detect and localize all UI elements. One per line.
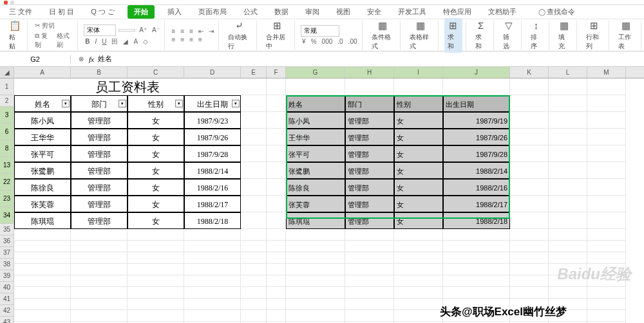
- table-cell[interactable]: 女: [128, 212, 184, 229]
- table-header[interactable]: 姓名: [286, 95, 345, 112]
- col-header[interactable]: J: [443, 67, 510, 78]
- table-cell[interactable]: 女: [394, 145, 443, 162]
- table-cell[interactable]: 管理部: [71, 179, 128, 196]
- align-justify[interactable]: ≡: [197, 36, 204, 43]
- table-cell[interactable]: 1988/2/18: [184, 212, 241, 229]
- table-cell[interactable]: 1988/2/17: [443, 196, 510, 212]
- col-header[interactable]: K: [510, 67, 549, 78]
- table-cell[interactable]: 1987/9/28: [184, 145, 241, 162]
- table-cell[interactable]: 女: [394, 196, 443, 212]
- tab-formula[interactable]: 公式: [240, 5, 261, 19]
- table-cell[interactable]: 1987/9/26: [184, 129, 241, 145]
- table-cell[interactable]: 管理部: [345, 196, 394, 212]
- name-box[interactable]: G2: [0, 55, 71, 63]
- table-cell[interactable]: 1988/2/16: [443, 179, 510, 196]
- table-style-button[interactable]: ▦表格样式: [406, 18, 435, 53]
- border-button[interactable]: 田: [110, 37, 119, 46]
- table-cell[interactable]: 管理部: [71, 145, 128, 162]
- table-cell[interactable]: 1987/9/28: [443, 145, 510, 162]
- increase-font[interactable]: A⁺: [138, 26, 148, 33]
- bold-button[interactable]: B: [84, 38, 91, 45]
- row-header[interactable]: 40: [0, 282, 14, 293]
- table-cell[interactable]: 陈徐良: [286, 179, 345, 196]
- tab-insert[interactable]: 插入: [164, 5, 185, 19]
- autosum-button[interactable]: Σ求和: [472, 18, 490, 53]
- inc-dec[interactable]: .0: [336, 38, 344, 45]
- table-cell[interactable]: 女: [394, 179, 443, 196]
- table-cell[interactable]: 1987/9/26: [443, 129, 510, 145]
- table-cell[interactable]: 女: [128, 112, 184, 129]
- fx-icon[interactable]: fx: [89, 55, 94, 63]
- col-header[interactable]: H: [345, 67, 394, 78]
- dec-dec[interactable]: .00: [347, 38, 359, 45]
- align-bot[interactable]: ≡: [188, 28, 194, 35]
- table-cell[interactable]: 张芙蓉: [14, 196, 71, 212]
- col-header[interactable]: A: [14, 67, 71, 78]
- tab-dev[interactable]: 开发工具: [394, 5, 430, 19]
- italic-button[interactable]: I: [93, 38, 98, 45]
- row-header[interactable]: 2: [0, 95, 14, 107]
- decrease-font[interactable]: A⁻: [151, 26, 161, 33]
- table-cell[interactable]: 张芙蓉: [286, 196, 345, 212]
- tab-data[interactable]: 数据: [270, 5, 292, 19]
- row-header[interactable]: 42: [0, 305, 14, 317]
- sum-button[interactable]: ⊞求和: [444, 18, 462, 53]
- wrap-button[interactable]: ⤶自动换行: [225, 18, 253, 53]
- table-cell[interactable]: 1988/2/18: [443, 212, 510, 229]
- rowcol-button[interactable]: ⊞行和列: [583, 18, 605, 53]
- tab-security[interactable]: 安全: [363, 5, 385, 19]
- table-cell[interactable]: 1988/2/17: [184, 196, 241, 212]
- sort-button[interactable]: ↕排序: [527, 18, 545, 53]
- font-color-button[interactable]: A: [132, 38, 139, 45]
- percent-button[interactable]: %: [310, 38, 318, 45]
- table-header[interactable]: 姓名▾: [14, 95, 71, 112]
- col-header[interactable]: I: [394, 67, 443, 78]
- align-center[interactable]: ≡: [179, 36, 185, 43]
- table-cell[interactable]: 女: [394, 129, 443, 145]
- fx-cancel[interactable]: ⊗: [77, 55, 85, 62]
- table-cell[interactable]: 女: [394, 212, 443, 229]
- table-cell[interactable]: 女: [128, 129, 184, 145]
- table-cell[interactable]: 陈小凤: [14, 112, 71, 129]
- row-header[interactable]: 1: [0, 78, 14, 95]
- tab-special[interactable]: 特色应用: [439, 5, 475, 19]
- table-cell[interactable]: 张鹭鹏: [14, 162, 71, 179]
- col-header[interactable]: F: [267, 67, 286, 78]
- table-cell[interactable]: 管理部: [345, 129, 394, 145]
- row-header[interactable]: 13: [0, 157, 14, 174]
- table-cell[interactable]: 1988/2/16: [184, 179, 241, 196]
- comma-button[interactable]: 000: [321, 38, 334, 45]
- fill-button[interactable]: ▦填充: [555, 18, 573, 53]
- table-cell[interactable]: 张平可: [14, 145, 71, 162]
- filter-dropdown-icon[interactable]: ▾: [62, 100, 70, 107]
- undo-redo[interactable]: Q つ ご: [87, 5, 118, 19]
- table-cell[interactable]: 王华华: [14, 129, 71, 145]
- table-cell[interactable]: 女: [128, 196, 184, 212]
- align-mid[interactable]: ≡: [179, 28, 185, 35]
- table-cell[interactable]: 管理部: [71, 196, 128, 212]
- copy-button[interactable]: ⧉ 复制: [33, 32, 53, 50]
- row-header[interactable]: 36: [0, 235, 14, 247]
- search-commands[interactable]: 查找命令: [535, 5, 579, 19]
- table-cell[interactable]: 陈琪琨: [14, 212, 71, 229]
- table-cell[interactable]: 1987/9/19: [443, 112, 510, 129]
- col-header[interactable]: M: [587, 67, 626, 78]
- tab-dochelper[interactable]: 文档助手: [484, 5, 520, 19]
- table-header[interactable]: 出生日期▾: [184, 95, 241, 112]
- table-cell[interactable]: 管理部: [71, 162, 128, 179]
- filter-dropdown-icon[interactable]: ▾: [232, 100, 240, 107]
- table-cell[interactable]: 管理部: [71, 112, 128, 129]
- fill-color-button[interactable]: ◢: [122, 38, 129, 45]
- table-cell[interactable]: 陈琪琨: [286, 212, 345, 229]
- row-header[interactable]: 6: [0, 124, 14, 140]
- clear-button[interactable]: ◇: [142, 38, 149, 45]
- table-cell[interactable]: 管理部: [345, 112, 394, 129]
- tab-layout[interactable]: 页面布局: [194, 5, 231, 19]
- col-header[interactable]: G: [286, 67, 345, 78]
- cut-button[interactable]: ✂ 剪切: [33, 21, 56, 30]
- table-cell[interactable]: 管理部: [345, 179, 394, 196]
- row-header[interactable]: 43: [0, 317, 14, 323]
- table-cell[interactable]: 陈徐良: [14, 179, 71, 196]
- row-header[interactable]: 34: [0, 207, 14, 224]
- table-cell[interactable]: 女: [128, 162, 184, 179]
